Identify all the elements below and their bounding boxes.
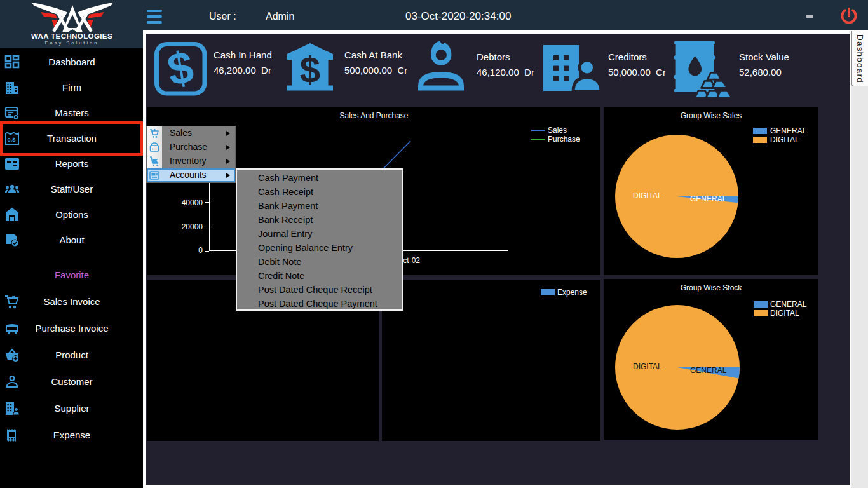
svg-text:0.$: 0.$ (7, 136, 16, 143)
svg-text:$: $ (300, 49, 320, 90)
svg-text:GENERAL: GENERAL (690, 194, 727, 203)
svg-text:DIGITAL: DIGITAL (633, 191, 662, 200)
svg-text:20000: 20000 (182, 222, 203, 231)
svg-text:DIGITAL: DIGITAL (633, 362, 662, 371)
svg-text:$: $ (164, 42, 198, 95)
svg-text:40000: 40000 (182, 198, 203, 207)
svg-text:GENERAL: GENERAL (690, 366, 727, 375)
svg-text:0: 0 (198, 246, 203, 255)
